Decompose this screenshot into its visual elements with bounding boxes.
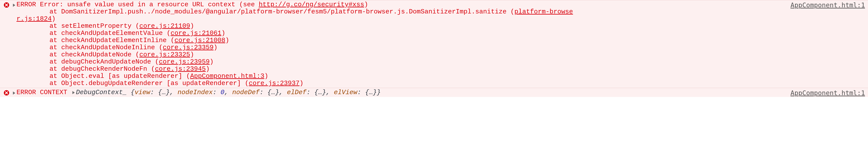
stack-source-link[interactable]: core.js:23945 bbox=[155, 65, 206, 73]
stack-at: at checkAndUpdateNode ( bbox=[34, 51, 139, 58]
comma: , bbox=[170, 89, 178, 96]
stack-close: ) bbox=[264, 72, 268, 80]
message-body: AppComponent.html:1 ERROR CONTEXT DebugC… bbox=[17, 89, 868, 96]
stack-at: at Object.eval [as updateRenderer] ( bbox=[34, 72, 190, 80]
error-first-line: ERROR Error: unsafe value used in a reso… bbox=[17, 1, 809, 8]
stack-frame: at checkAndUpdateNodeInline (core.js:233… bbox=[17, 44, 866, 51]
stack-source-link[interactable]: r.js:1824 bbox=[17, 15, 52, 23]
obj-val: 0 bbox=[220, 89, 224, 96]
stack-source-link[interactable]: core.js:23359 bbox=[163, 44, 214, 51]
stack-source-link[interactable]: core.js:23325 bbox=[139, 51, 190, 58]
stack-at: at checkAndUpdateElementValue ( bbox=[34, 30, 170, 37]
stack-source-link[interactable]: AppComponent.html:3 bbox=[190, 72, 264, 80]
error-icon bbox=[3, 90, 9, 96]
colon: : bbox=[357, 89, 365, 96]
stack-source-link[interactable]: core.js:21109 bbox=[139, 22, 190, 30]
obj-val: {…} bbox=[267, 89, 279, 96]
error-message-prefix: Error: unsafe value used in a resource U… bbox=[40, 1, 259, 8]
comma: , bbox=[224, 89, 232, 96]
expand-object-icon[interactable] bbox=[71, 90, 76, 95]
stack-frame: at DomSanitizerImpl.push../node_modules/… bbox=[17, 8, 866, 15]
comma: , bbox=[279, 89, 287, 96]
colon: : bbox=[213, 89, 220, 96]
stack-frame: at checkAndUpdateNode (core.js:23325) bbox=[17, 51, 866, 58]
stack-frame: at Object.debugUpdateRenderer [as update… bbox=[17, 80, 866, 87]
console-error-entry: AppComponent.html:1 ERROR Error: unsafe … bbox=[0, 0, 868, 88]
expand-icon[interactable] bbox=[12, 91, 17, 95]
stack-frame: at setElementProperty (core.js:21109) bbox=[17, 23, 866, 30]
error-context-label: ERROR CONTEXT bbox=[17, 89, 67, 96]
source-link[interactable]: AppComponent.html:1 bbox=[790, 89, 865, 97]
stack-source-link[interactable]: core.js:21008 bbox=[175, 37, 225, 44]
expand-icon[interactable] bbox=[12, 3, 17, 8]
stack-close: ) bbox=[225, 37, 229, 44]
console-error-context-entry: AppComponent.html:1 ERROR CONTEXT DebugC… bbox=[0, 88, 868, 97]
obj-val: {…} bbox=[314, 89, 326, 96]
stack-close: ) bbox=[214, 44, 217, 51]
stack-trace: at DomSanitizerImpl.push../node_modules/… bbox=[17, 8, 866, 87]
stack-at: at Object.debugUpdateRenderer [as update… bbox=[34, 79, 249, 87]
obj-val: {…} bbox=[365, 89, 377, 96]
colon: : bbox=[306, 89, 314, 96]
brace-close: } bbox=[377, 89, 381, 96]
gutter bbox=[0, 1, 17, 8]
colon: : bbox=[150, 89, 158, 96]
comma: , bbox=[326, 89, 334, 96]
stack-at: at checkAndUpdateNodeInline ( bbox=[34, 44, 163, 51]
obj-key: nodeIndex bbox=[178, 89, 213, 96]
error-icon bbox=[3, 2, 9, 8]
gutter bbox=[0, 89, 17, 96]
stack-close: ) bbox=[221, 30, 225, 37]
error-context-line: ERROR CONTEXT DebugContext_ {view: {…}, … bbox=[17, 89, 866, 96]
stack-close: ) bbox=[210, 58, 214, 66]
stack-source-link[interactable]: platform-browse bbox=[514, 8, 573, 15]
obj-key: elDef bbox=[287, 89, 306, 96]
brace-open: { bbox=[131, 89, 134, 96]
stack-source-link[interactable]: core.js:23959 bbox=[159, 58, 210, 66]
stack-frame: at debugCheckRenderNodeFn (core.js:23945… bbox=[17, 66, 866, 73]
stack-close: ) bbox=[52, 15, 56, 23]
stack-at: at checkAndUpdateElementInline ( bbox=[34, 37, 175, 44]
stack-at: at setElementProperty ( bbox=[34, 22, 139, 30]
stack-at: at debugCheckAndUpdateNode ( bbox=[34, 58, 159, 66]
stack-close: ) bbox=[190, 51, 194, 58]
stack-frame-wrap: r.js:1824) bbox=[17, 15, 866, 23]
error-label: ERROR bbox=[17, 1, 36, 8]
stack-close: ) bbox=[190, 22, 194, 30]
security-doc-link[interactable]: http://g.co/ng/security#xss bbox=[259, 1, 364, 8]
stack-frame: at checkAndUpdateElementInline (core.js:… bbox=[17, 37, 866, 44]
obj-key: nodeDef bbox=[232, 89, 259, 96]
source-link[interactable]: AppComponent.html:1 bbox=[790, 2, 865, 9]
stack-close: ) bbox=[206, 65, 210, 73]
stack-close: ) bbox=[300, 79, 303, 87]
stack-frame: at Object.eval [as updateRenderer] (AppC… bbox=[17, 73, 866, 80]
obj-key: elView bbox=[334, 89, 357, 96]
stack-at: at DomSanitizerImpl.push../node_modules/… bbox=[34, 8, 514, 15]
obj-val: {…} bbox=[158, 89, 170, 96]
stack-at: at debugCheckRenderNodeFn ( bbox=[34, 65, 155, 73]
error-message-suffix: ) bbox=[364, 1, 368, 8]
stack-frame: at checkAndUpdateElementValue (core.js:2… bbox=[17, 30, 866, 37]
message-body: AppComponent.html:1 ERROR Error: unsafe … bbox=[17, 1, 868, 87]
object-name[interactable]: DebugContext_ bbox=[76, 89, 127, 96]
colon: : bbox=[259, 89, 267, 96]
stack-source-link[interactable]: core.js:21061 bbox=[170, 30, 221, 37]
stack-source-link[interactable]: core.js:23937 bbox=[249, 79, 300, 87]
obj-key: view bbox=[134, 89, 150, 96]
stack-frame: at debugCheckAndUpdateNode (core.js:2395… bbox=[17, 58, 866, 66]
